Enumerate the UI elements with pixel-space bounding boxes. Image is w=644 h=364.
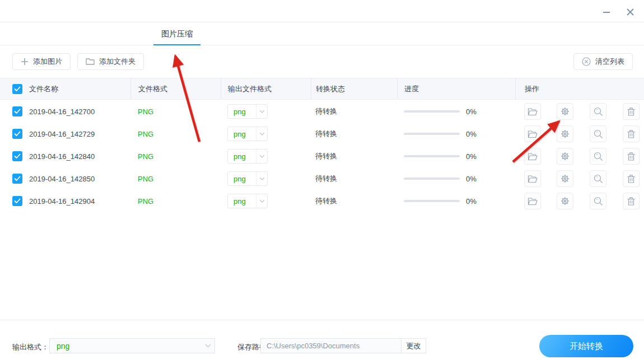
gear-icon	[560, 106, 570, 116]
open-folder-button[interactable]	[524, 170, 541, 187]
row-checkbox[interactable]	[12, 129, 22, 139]
close-button[interactable]	[623, 5, 637, 18]
settings-button[interactable]	[557, 148, 573, 165]
col-header-actions: 操作	[525, 84, 539, 94]
preview-button[interactable]	[590, 103, 606, 120]
progress-bar	[404, 178, 460, 180]
file-name: 2019-04-16_142700	[29, 108, 95, 116]
col-header-format: 文件格式	[138, 84, 167, 94]
file-name: 2019-04-16_142904	[29, 197, 95, 206]
output-format-value: png	[228, 197, 256, 206]
col-header-output-format: 输出文件格式	[228, 84, 272, 94]
trash-icon	[627, 174, 636, 184]
folder-icon	[86, 58, 95, 66]
output-format-value: png	[228, 130, 256, 138]
row-checkbox[interactable]	[12, 174, 22, 184]
magnifier-icon	[594, 197, 603, 206]
table-row: 2019-04-16_142840 PNG png 待转换 0%	[0, 145, 644, 167]
table-row: 2019-04-16_142700 PNG png 待转换 0%	[0, 100, 644, 123]
preview-button[interactable]	[590, 193, 606, 209]
tab-image-compress[interactable]: 图片压缩	[153, 23, 200, 45]
progress-percent: 0%	[466, 175, 477, 183]
delete-button[interactable]	[623, 125, 640, 142]
check-icon	[14, 131, 21, 137]
open-folder-button[interactable]	[524, 148, 541, 165]
settings-button[interactable]	[557, 170, 573, 187]
magnifier-icon	[594, 107, 603, 116]
delete-button[interactable]	[623, 103, 640, 120]
file-name: 2019-04-16_142840	[29, 152, 95, 161]
output-format-select[interactable]: png	[227, 149, 268, 164]
tab-label: 图片压缩	[161, 29, 193, 39]
open-folder-icon	[528, 130, 538, 138]
check-icon	[14, 109, 21, 114]
col-header-progress: 进度	[404, 84, 419, 94]
progress-bar	[404, 155, 460, 157]
output-format-select[interactable]: png	[227, 194, 268, 208]
settings-button[interactable]	[557, 125, 573, 142]
add-image-label: 添加图片	[33, 57, 62, 67]
open-folder-button[interactable]	[524, 103, 541, 120]
progress-percent: 0%	[466, 197, 477, 206]
output-format-select[interactable]: png	[227, 104, 268, 119]
progress-percent: 0%	[466, 152, 477, 161]
clear-circle-x-icon	[582, 57, 591, 66]
preview-button[interactable]	[590, 148, 606, 165]
preview-button[interactable]	[590, 170, 606, 187]
titlebar	[0, 0, 644, 22]
open-folder-button[interactable]	[524, 125, 541, 142]
table-row: 2019-04-16_142729 PNG png 待转换 0%	[0, 123, 644, 145]
gear-icon	[560, 151, 570, 161]
minimize-icon	[603, 8, 610, 16]
file-format: PNG	[138, 197, 153, 206]
clear-list-label: 清空列表	[595, 57, 624, 67]
save-path-input[interactable]: C:\Users\pc0359\Documents	[260, 338, 402, 353]
progress-percent: 0%	[466, 130, 477, 138]
table-header: 文件名称 文件格式 输出文件格式 转换状态 进度 操作	[0, 78, 644, 100]
settings-button[interactable]	[557, 193, 573, 209]
select-all-checkbox[interactable]	[12, 84, 22, 94]
clear-list-button[interactable]: 清空列表	[573, 53, 633, 70]
output-format-select[interactable]: png	[227, 127, 268, 141]
add-image-button[interactable]: 添加图片	[12, 53, 71, 70]
global-output-format-select[interactable]: png	[49, 338, 215, 353]
check-icon	[14, 176, 21, 181]
open-folder-button[interactable]	[524, 193, 541, 209]
progress-bar	[404, 110, 460, 113]
progress-percent: 0%	[466, 108, 477, 116]
row-checkbox[interactable]	[12, 106, 22, 116]
delete-button[interactable]	[623, 148, 640, 165]
file-format: PNG	[138, 152, 153, 161]
progress-bar	[404, 133, 460, 135]
trash-icon	[627, 197, 636, 206]
output-format-label: 输出格式：	[12, 342, 49, 352]
chevron-down-icon	[256, 172, 267, 185]
add-folder-button[interactable]: 添加文件夹	[77, 53, 144, 70]
row-checkbox[interactable]	[12, 196, 22, 206]
change-path-button[interactable]: 更改	[401, 338, 426, 353]
settings-button[interactable]	[557, 103, 573, 120]
minimize-button[interactable]	[600, 5, 613, 18]
trash-icon	[627, 129, 636, 139]
gear-icon	[560, 174, 570, 184]
check-icon	[14, 86, 21, 92]
add-folder-label: 添加文件夹	[99, 57, 136, 67]
save-path-value: C:\Users\pc0359\Documents	[267, 342, 360, 350]
file-format: PNG	[138, 175, 153, 183]
output-format-select[interactable]: png	[227, 171, 268, 186]
row-checkbox[interactable]	[12, 151, 22, 161]
output-format-value: png	[228, 108, 256, 116]
delete-button[interactable]	[623, 170, 640, 187]
check-icon	[14, 198, 21, 204]
chevron-down-icon	[256, 105, 267, 118]
file-name: 2019-04-16_142850	[29, 175, 95, 183]
magnifier-icon	[594, 174, 603, 184]
conversion-status: 待转换	[315, 196, 337, 206]
magnifier-icon	[594, 152, 603, 161]
start-convert-button[interactable]: 开始转换	[539, 335, 633, 357]
close-icon	[626, 8, 634, 16]
col-header-name: 文件名称	[29, 84, 58, 94]
delete-button[interactable]	[623, 193, 640, 209]
preview-button[interactable]	[590, 125, 606, 142]
tab-bar: 图片压缩	[0, 23, 644, 45]
